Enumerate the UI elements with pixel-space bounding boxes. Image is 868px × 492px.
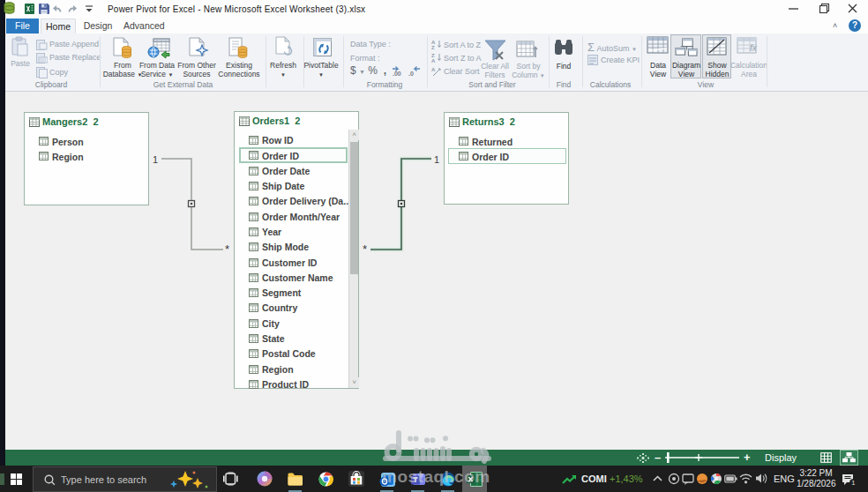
svg-text:.0: .0: [408, 71, 414, 77]
svg-text:Z: Z: [431, 45, 435, 49]
svg-text:*: *: [225, 242, 229, 256]
svg-text:.00: .00: [393, 71, 401, 77]
svg-text:*: *: [363, 242, 367, 256]
svg-text:Z: Z: [431, 53, 435, 58]
svg-text:1: 1: [434, 154, 439, 165]
svg-text:1: 1: [153, 154, 158, 165]
svg-text:A: A: [431, 58, 436, 63]
svg-text:A: A: [431, 67, 436, 72]
svg-text:fx: fx: [750, 43, 758, 53]
svg-text:A: A: [431, 40, 436, 45]
svg-text:1: 1: [851, 479, 855, 486]
